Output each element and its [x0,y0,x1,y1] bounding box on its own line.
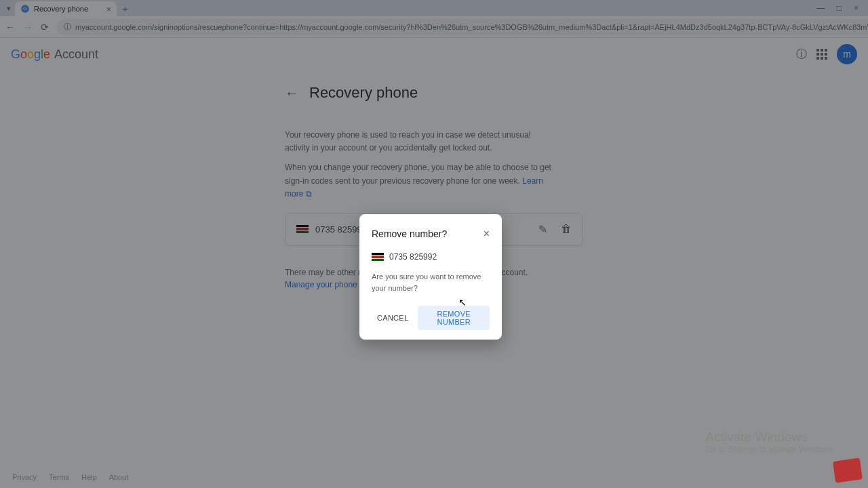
close-dialog-icon[interactable]: × [484,228,490,240]
about-link[interactable]: About [109,473,129,481]
footer-links: Privacy Terms Help About [12,473,128,481]
help-link[interactable]: Help [81,473,97,481]
terms-link[interactable]: Terms [49,473,69,481]
flag-kenya-icon [372,253,384,261]
remove-number-button[interactable]: REMOVE NUMBER [418,306,490,330]
dialog-phone-number: 0735 825992 [389,252,437,262]
dialog-title: Remove number? [372,228,447,239]
dialog-message: Are you sure you want to remove your num… [372,271,490,293]
cancel-button[interactable]: CANCEL [372,306,414,330]
privacy-link[interactable]: Privacy [12,473,37,481]
tray-app-icon[interactable] [833,458,863,483]
remove-number-dialog: Remove number? × 0735 825992 Are you sur… [359,214,502,340]
windows-activation-watermark: Activate Windows Go to Settings to activ… [706,430,834,454]
